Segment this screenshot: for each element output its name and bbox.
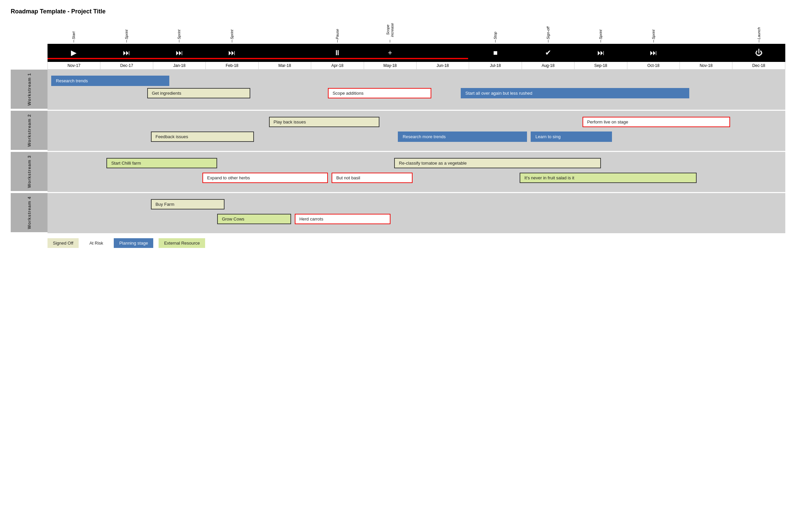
timeline-icon: ✔	[545, 49, 551, 57]
task-box[interactable]: Herd carrots	[295, 214, 391, 224]
month-col-6: May-18	[364, 62, 416, 70]
task-box[interactable]: Research more trends	[398, 132, 527, 142]
page-title: Roadmap Template - Project Title	[11, 8, 785, 15]
milestone-col-7	[417, 20, 470, 44]
task-box[interactable]: It's never in fruit salad is it	[519, 173, 697, 183]
milestone-col-6: Scope increase	[364, 20, 417, 44]
icon-bar-col-8: ■	[469, 49, 522, 57]
task-box[interactable]: But not basil	[331, 173, 413, 183]
icon-bar-col-10: ⏭	[574, 49, 627, 57]
red-line	[48, 58, 468, 59]
icon-bar-col-9: ✔	[522, 49, 575, 57]
milestone-label: Sprint	[651, 20, 656, 39]
legend-item: Planning stage	[114, 238, 153, 248]
milestone-col-0: Start	[48, 20, 100, 44]
milestone-col-1: Sprint	[100, 20, 153, 44]
milestone-label: Stop	[493, 20, 497, 39]
workstream-row-3: Workstream 4Buy FarmGrow CowsHerd carrot…	[11, 193, 785, 234]
milestone-col-11: Sprint	[627, 20, 680, 44]
ws-content-1: Play back issuesPerform live on stageFee…	[48, 111, 785, 151]
ws-label-text-2: Workstream 3	[27, 155, 32, 188]
legend-item: External Resource	[158, 238, 205, 248]
milestone-col-5: Pause	[311, 20, 364, 44]
milestone-label: Pause	[335, 20, 340, 39]
ws-label-text-0: Workstream 1	[27, 73, 32, 106]
timeline-icon: ■	[493, 49, 497, 57]
task-box[interactable]: Feedback issues	[151, 132, 254, 142]
milestone-col-12	[680, 20, 733, 44]
icon-bar-col-11: ⏭	[627, 49, 680, 57]
timeline-icon: ⏭	[176, 49, 183, 57]
ws-label-cell-3: Workstream 4	[11, 193, 48, 233]
icon-bar: ▶⏭⏭⏭⏸+■✔⏭⏭⏻	[48, 44, 785, 62]
milestone-col-8: Stop	[469, 20, 522, 44]
workstream-row-1: Workstream 2Play back issuesPerform live…	[11, 111, 785, 152]
month-col-1: Dec-17	[100, 62, 153, 70]
task-box[interactable]: Scope additions	[328, 88, 431, 98]
icon-bar-col-3: ⏭	[206, 49, 259, 57]
timeline-icon: ⏭	[123, 49, 130, 57]
month-col-2: Jan-18	[153, 62, 205, 70]
month-row: Nov-17Dec-17Jan-18Feb-18Mar-18Apr-18May-…	[48, 62, 785, 70]
month-col-4: Mar-18	[258, 62, 311, 70]
milestone-label: Sprint	[125, 20, 129, 39]
timeline-icon: ⏭	[650, 49, 657, 57]
icon-bar-col-1: ⏭	[100, 49, 153, 57]
task-box[interactable]: Research trends	[51, 76, 169, 86]
icon-bar-col-5: ⏸	[311, 49, 364, 57]
task-box[interactable]: Expand to other herbs	[203, 173, 328, 183]
month-col-7: Jun-18	[416, 62, 469, 70]
task-box[interactable]: Re-classify tomatoe as a vegetable	[394, 158, 601, 168]
milestone-col-13: Launch	[733, 20, 785, 44]
task-box[interactable]: Start Chilli farm	[107, 158, 217, 168]
workstream-rows: Workstream 1Research trendsGet ingredien…	[11, 70, 785, 234]
milestone-col-4	[258, 20, 311, 44]
ws-label-cell-1: Workstream 2	[11, 111, 48, 151]
milestone-col-3: Sprint	[206, 20, 259, 44]
timeline-icon: ⏭	[597, 49, 605, 57]
ws-label-text-3: Workstream 4	[27, 196, 32, 229]
task-box[interactable]: Play back issues	[269, 117, 380, 127]
month-col-0: Nov-17	[48, 62, 100, 70]
icon-bar-col-13: ⏻	[733, 49, 785, 57]
milestone-label: Start	[72, 20, 76, 39]
milestone-col-2: Sprint	[153, 20, 206, 44]
timeline-icon: ⏸	[334, 49, 341, 57]
ws-label-text-1: Workstream 2	[27, 114, 32, 147]
task-box[interactable]: Buy Farm	[151, 199, 225, 209]
month-col-10: Sep-18	[574, 62, 627, 70]
ws-content-0: Research trendsGet ingredientsScope addi…	[48, 70, 785, 110]
milestone-label: Sprint	[599, 20, 603, 39]
timeline-icon: ▶	[71, 49, 77, 57]
legend-item: Signed Off	[48, 238, 79, 248]
legend-item: At Risk	[84, 238, 109, 248]
month-col-13: Dec-18	[732, 62, 785, 70]
task-box[interactable]: Perform live on stage	[583, 117, 730, 127]
milestone-label: Sign-off	[546, 20, 550, 39]
milestone-label: Sprint	[230, 20, 234, 39]
legend: Signed OffAt RiskPlanning stageExternal …	[48, 238, 785, 248]
milestone-label: Sprint	[177, 20, 181, 39]
ws-content-3: Buy FarmGrow CowsHerd carrots	[48, 193, 785, 233]
icon-bar-col-6: +	[364, 49, 417, 57]
month-col-5: Apr-18	[311, 62, 363, 70]
workstream-row-0: Workstream 1Research trendsGet ingredien…	[11, 70, 785, 111]
ws-label-cell-2: Workstream 3	[11, 152, 48, 192]
task-box[interactable]: Learn to sing	[531, 132, 612, 142]
milestone-col-9: Sign-off	[522, 20, 575, 44]
task-box[interactable]: Get ingredients	[147, 88, 251, 98]
icon-bar-col-0: ▶	[48, 49, 100, 57]
task-box[interactable]: Grow Cows	[217, 214, 291, 224]
month-col-12: Nov-18	[680, 62, 732, 70]
icon-bar-col-2: ⏭	[153, 49, 206, 57]
month-col-9: Aug-18	[522, 62, 574, 70]
month-col-3: Feb-18	[205, 62, 258, 70]
ws-label-cell-0: Workstream 1	[11, 70, 48, 110]
milestone-col-10: Sprint	[574, 20, 627, 44]
timeline-icon: ⏭	[228, 49, 235, 57]
timeline-icon: +	[388, 49, 392, 57]
task-box[interactable]: Start all over again but less rushed	[461, 88, 689, 98]
timeline-icon: ⏻	[755, 49, 762, 57]
gantt-container: StartSprintSprintSprintPauseScope increa…	[11, 20, 785, 248]
milestone-row: StartSprintSprintSprintPauseScope increa…	[48, 20, 785, 44]
